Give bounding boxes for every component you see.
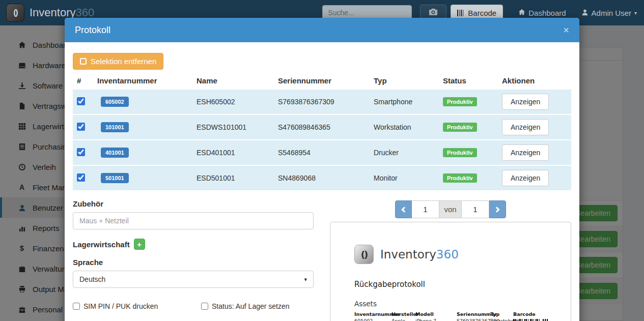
user-icon — [581, 9, 589, 17]
status-lager-label: Status: Auf Lager setzen — [212, 302, 290, 310]
lagerwirtschaft-label: Lagerwirtschaft — [73, 240, 130, 249]
page-separator: von — [439, 200, 462, 218]
user-menu-label: Admin User — [592, 9, 631, 17]
chevron-right-icon — [494, 207, 499, 212]
chevron-down-icon: ▾ — [634, 10, 637, 16]
preview-column-header: Seriennummer — [457, 311, 490, 317]
status-badge: Produktiv — [443, 97, 477, 106]
row-name: ESH605002 — [192, 90, 274, 114]
pagination: von — [330, 200, 571, 218]
preview-logo-icon: () — [354, 245, 374, 264]
status-lager-checkbox[interactable] — [201, 303, 208, 310]
page: Dashboard Hardware Software & L Vertrags… — [0, 0, 644, 321]
barcode-image — [513, 319, 549, 321]
preview-brand-name: Inventory — [380, 248, 436, 261]
inventarnummer-badge: 101001 — [101, 122, 129, 132]
protokoll-modal: Protokoll × Selektion entfernen # Invent… — [65, 18, 579, 321]
row-typ: Workstation — [370, 114, 439, 140]
row-seriennummer: S7693876367309 — [274, 90, 370, 114]
column-header: Inventarnummer — [93, 72, 192, 90]
status-badge: Produktiv — [443, 123, 477, 132]
status-lager-checkbox-option[interactable]: Status: Auf Lager setzen — [201, 302, 290, 310]
preview-cell: S7693876367309 — [457, 318, 490, 321]
sprache-selected-value: Deutsch — [79, 275, 105, 283]
chevron-left-icon — [401, 207, 407, 212]
preview-column-header: Barcode — [513, 311, 549, 317]
preview-column-header: Modell — [415, 311, 457, 317]
preview-brand-suffix: 360 — [436, 248, 459, 261]
brand-name: Inventory — [30, 6, 76, 19]
zubehoer-input[interactable] — [73, 212, 314, 229]
selection-table: # Inventarnummer Name Seriennummer Typ S… — [73, 72, 571, 191]
user-menu[interactable]: Admin User ▾ — [581, 9, 637, 17]
column-header: Aktionen — [498, 72, 571, 90]
column-header: Seriennummer — [274, 72, 370, 90]
remove-selection-button[interactable]: Selektion entfernen — [73, 53, 163, 70]
remove-selection-label: Selektion entfernen — [91, 57, 156, 66]
inventarnummer-badge: 501001 — [101, 173, 129, 183]
preview-column-header: Inventarnummer — [354, 311, 391, 317]
row-name: ESD501001 — [192, 165, 274, 191]
chevron-down-icon: ▾ — [304, 276, 307, 283]
anzeigen-button[interactable]: Anzeigen — [502, 144, 549, 161]
row-name: ESD401001 — [192, 140, 274, 165]
app-logo-icon[interactable]: () — [6, 4, 24, 22]
protocol-preview: () Inventory360 Rückgabeprotokoll Assets… — [330, 222, 571, 321]
close-icon[interactable]: × — [563, 25, 569, 35]
brand-suffix: 360 — [76, 6, 95, 19]
table-row: 501001 ESD501001 SN4869068 Monitor Produ… — [73, 165, 571, 191]
preview-cell: Smartphone — [490, 318, 513, 321]
anzeigen-button[interactable]: Anzeigen — [502, 170, 549, 186]
row-typ: Monitor — [370, 165, 439, 191]
preview-cell: 605002 — [354, 318, 391, 321]
row-seriennummer: SN4869068 — [274, 165, 370, 191]
row-name: ESDWS101001 — [192, 114, 274, 140]
table-row: 401001 ESD401001 S5468954 Drucker Produk… — [73, 140, 571, 165]
preview-column-header: Hersteller — [391, 311, 415, 317]
row-typ: Smartphone — [370, 90, 439, 114]
nav-dashboard-link[interactable]: Dashboard — [518, 9, 566, 17]
preview-table: Inventarnummer 605002 Hersteller Apple M… — [354, 311, 561, 321]
anzeigen-button[interactable]: Anzeigen — [502, 94, 549, 110]
column-header: Typ — [370, 72, 439, 90]
next-page-button[interactable] — [489, 200, 506, 218]
sprache-label: Sprache — [73, 258, 314, 267]
inventarnummer-badge: 605002 — [101, 97, 129, 107]
nav-dashboard-label: Dashboard — [528, 9, 566, 17]
row-checkbox[interactable] — [77, 97, 85, 105]
modal-body: Selektion entfernen # Inventarnummer Nam… — [65, 42, 579, 321]
column-header: # — [73, 72, 93, 90]
inventarnummer-badge: 401001 — [101, 148, 129, 158]
column-header: Status — [439, 72, 498, 90]
row-typ: Drucker — [370, 140, 439, 165]
home-icon — [518, 9, 525, 17]
sprache-select[interactable]: Deutsch ▾ — [73, 271, 314, 288]
row-checkbox[interactable] — [77, 123, 85, 131]
status-badge: Produktiv — [443, 173, 477, 183]
row-checkbox[interactable] — [77, 173, 85, 182]
modal-title: Protokoll — [75, 25, 110, 36]
current-page-input[interactable] — [412, 200, 439, 218]
total-pages-input[interactable] — [462, 200, 489, 218]
zubehoer-label: Zubehör — [73, 199, 314, 208]
checkbox-outline-icon — [80, 58, 87, 65]
preview-section-title: Assets — [354, 300, 561, 308]
anzeigen-button[interactable]: Anzeigen — [502, 119, 549, 135]
preview-cell: iPhone 7 — [415, 318, 457, 321]
previous-page-button[interactable] — [395, 200, 412, 218]
row-seriennummer: S5468954 — [274, 140, 370, 165]
add-button[interactable]: + — [134, 239, 145, 250]
row-checkbox[interactable] — [77, 148, 85, 156]
plus-icon: + — [137, 241, 142, 248]
sim-pin-checkbox-option[interactable]: SIM PIN / PUK drucken — [73, 302, 201, 310]
preview-column-header: Typ — [490, 311, 513, 317]
table-row: 101001 ESDWS101001 S476089846365 Worksta… — [73, 114, 571, 140]
sim-pin-label: SIM PIN / PUK drucken — [83, 302, 158, 310]
barcode-icon — [457, 10, 464, 16]
barcode-button-label: Barcode — [468, 9, 496, 17]
row-seriennummer: S476089846365 — [274, 114, 370, 140]
table-row: 605002 ESH605002 S7693876367309 Smartpho… — [73, 90, 571, 114]
preview-cell: Apple — [391, 318, 415, 321]
column-header: Name — [192, 72, 274, 90]
sim-pin-checkbox[interactable] — [73, 303, 80, 310]
